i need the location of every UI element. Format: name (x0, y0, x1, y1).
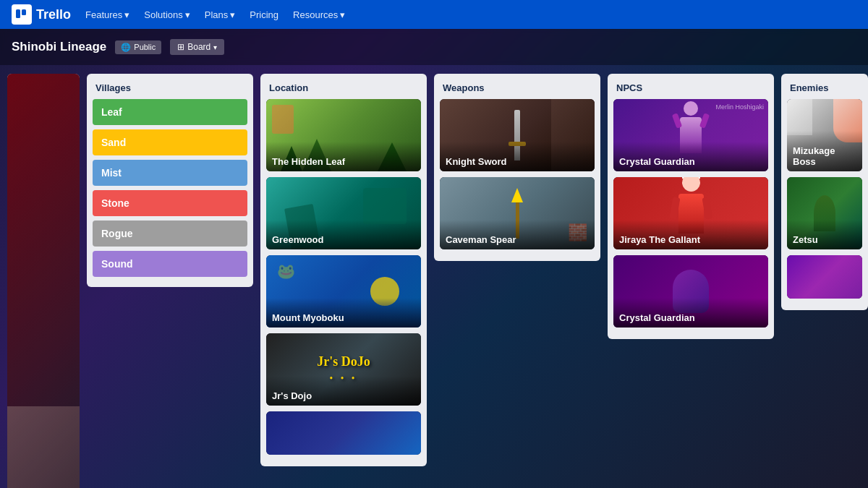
weapon-card-caveman-spear[interactable]: 🧱 Caveman Spear (440, 177, 595, 249)
board-header: Shinobi Lineage 🌐 Public ⊞ Board ▾ (0, 29, 868, 65)
location-card-greenwood[interactable]: Greenwood (266, 177, 421, 249)
enemy-card-zetsu[interactable]: Zetsu (787, 177, 862, 249)
card-image-partial-enemy (787, 255, 862, 299)
chevron-down-icon: ▾ (230, 9, 235, 20)
column-weapons: Weapons Knight Sword 🧱 (434, 74, 600, 261)
column-header-weapons: Weapons (440, 80, 595, 99)
card-label-caveman-spear: Caveman Spear (440, 220, 595, 249)
column-villages: Villages Leaf Sand Mist Stone Rogue Soun… (87, 74, 253, 287)
spear-tip-decoration (511, 188, 523, 202)
card-label-greenwood: Greenwood (266, 220, 421, 249)
npc-card-crystal-guardian-1[interactable]: Merlin Hoshigaki Crystal Guardian (613, 99, 768, 171)
village-card-mist[interactable]: Mist (93, 160, 247, 186)
jiraya-head (682, 177, 700, 192)
enemy-card-partial[interactable] (787, 255, 862, 299)
location-card-hidden-leaf[interactable]: The Hidden Leaf (266, 99, 421, 171)
globe-icon: 🌐 (121, 43, 131, 52)
location-card-partial[interactable] (266, 411, 421, 455)
column-header-villages: Villages (93, 80, 247, 99)
nav-features[interactable]: Features ▾ (85, 9, 129, 20)
village-card-sound[interactable]: Sound (93, 251, 247, 277)
logo-icon (12, 4, 32, 25)
column-header-npcs: NPCS (613, 80, 768, 99)
chevron-down-icon: ▾ (340, 9, 345, 20)
npc-card-crystal-guardian-2[interactable]: Crystal Guardian (613, 255, 768, 328)
crystal-head (684, 101, 698, 116)
svg-rect-1 (22, 9, 26, 15)
board-view-button[interactable]: ⊞ Board ▾ (170, 39, 224, 55)
location-card-mount-myoboku[interactable]: 🐸 Mount Myoboku (266, 255, 421, 328)
card-label-crystal-guardian-1: Crystal Guardian (613, 142, 768, 171)
visibility-badge[interactable]: 🌐 Public (115, 40, 161, 54)
column-location: Location The Hidden Leaf Greenwood (260, 74, 427, 466)
npc-small-text: Merlin Hoshigaki (715, 103, 764, 111)
card-label-crystal-guardian-2: Crystal Guardian (613, 298, 768, 328)
npc-card-jiraya[interactable]: Jiraya The Gallant (613, 177, 768, 249)
location-card-jrs-dojo[interactable]: Jr's DoJo• • • Jr's Dojo (266, 333, 421, 406)
enemy-card-mizukage[interactable]: Mizukage Boss (787, 99, 862, 171)
column-enemies: Enemies Mizukage Boss Zetsu (781, 74, 868, 310)
chevron-down-icon: ▾ (185, 9, 190, 20)
village-card-rogue[interactable]: Rogue (93, 221, 247, 247)
logo-text: Trello (36, 7, 71, 22)
chevron-down-icon: ▾ (213, 43, 217, 51)
chevron-down-icon: ▾ (124, 9, 129, 20)
card-label-knight-sword: Knight Sword (440, 142, 595, 171)
column-header-location: Location (266, 80, 421, 99)
card-label-mizukage: Mizukage Boss (787, 131, 862, 171)
app-logo[interactable]: Trello (12, 4, 71, 25)
card-label-zetsu: Zetsu (787, 220, 862, 249)
village-card-stone[interactable]: Stone (93, 190, 247, 216)
column-header-enemies: Enemies (787, 80, 862, 99)
card-label-jrs-dojo: Jr's Dojo (266, 376, 421, 406)
board-title: Shinobi Lineage (12, 40, 106, 54)
card-label-hidden-leaf: The Hidden Leaf (266, 142, 421, 171)
weapon-card-knight-sword[interactable]: Knight Sword (440, 99, 595, 171)
card-label-mount-myoboku: Mount Myoboku (266, 298, 421, 328)
card-image-partial (266, 411, 421, 455)
nav-resources[interactable]: Resources ▾ (293, 9, 345, 20)
card-label-jiraya: Jiraya The Gallant (613, 220, 768, 249)
village-card-sand[interactable]: Sand (93, 129, 247, 155)
board-content: Villages Leaf Sand Mist Stone Rogue Soun… (0, 65, 868, 488)
nav-pricing[interactable]: Pricing (250, 9, 278, 20)
board-icon: ⊞ (177, 42, 184, 52)
nav-solutions[interactable]: Solutions ▾ (144, 9, 190, 20)
partial-left-column (7, 74, 80, 488)
svg-rect-0 (16, 9, 20, 18)
nav-plans[interactable]: Plans ▾ (205, 9, 236, 20)
village-card-leaf[interactable]: Leaf (93, 99, 247, 125)
top-navigation: Trello Features ▾ Solutions ▾ Plans ▾ Pr… (0, 0, 868, 29)
column-npcs: NPCS Merlin Hoshigaki Crystal Guardian (608, 74, 774, 339)
